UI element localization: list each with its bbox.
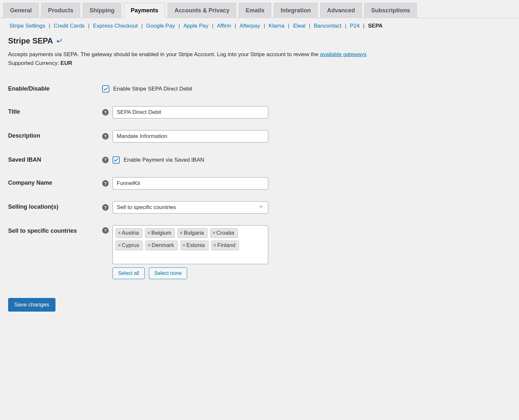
country-tag-label: Estonia: [187, 242, 205, 249]
description-input[interactable]: [113, 130, 268, 142]
saved-iban-label: Saved IBAN: [8, 148, 99, 171]
help-icon[interactable]: ?: [102, 227, 109, 234]
company-name-input[interactable]: [113, 177, 268, 190]
subnav-link-stripe-settings[interactable]: Stripe Settings: [8, 23, 47, 29]
country-tag: ×Belgium: [145, 228, 175, 238]
tab-advanced[interactable]: Advanced: [320, 3, 362, 18]
countries-tag-box[interactable]: ×Austria×Belgium×Bulgaria×Croatia×Cyprus…: [113, 225, 268, 264]
remove-tag-icon[interactable]: ×: [118, 230, 121, 236]
tab-accounts-privacy[interactable]: Accounts & Privacy: [168, 3, 236, 18]
country-tag: ×Austria: [115, 228, 142, 238]
back-link[interactable]: [56, 37, 62, 45]
subnav-link-ideal[interactable]: iDeal: [292, 23, 307, 29]
country-tag-label: Finland: [217, 242, 235, 249]
country-tag: ×Croatia: [210, 228, 238, 238]
description-text: Accepts payments via SEPA. The gateway s…: [8, 51, 320, 57]
help-icon[interactable]: ?: [102, 157, 109, 163]
subnav-link-affirm[interactable]: Affirm: [216, 23, 233, 29]
country-tag-label: Croatia: [216, 230, 234, 236]
country-tag-label: Cyprus: [122, 242, 139, 249]
help-icon[interactable]: ?: [102, 133, 109, 140]
enable-checkbox-label: Enable Stripe SEPA Direct Debit: [113, 86, 192, 92]
enable-label: Enable/Disable: [8, 77, 99, 100]
subnav-link-google-pay[interactable]: Google Pay: [145, 23, 176, 29]
tab-shipping[interactable]: Shipping: [83, 3, 121, 18]
specific-countries-label: Sell to specific countries: [8, 219, 99, 285]
remove-tag-icon[interactable]: ×: [183, 242, 186, 248]
save-changes-button[interactable]: Save changes: [8, 298, 55, 312]
tab-payments[interactable]: Payments: [124, 3, 165, 18]
tab-general[interactable]: General: [3, 3, 39, 18]
selling-locations-label: Selling location(s): [8, 195, 99, 219]
main-tabs: GeneralProductsShippingPaymentsAccounts …: [0, 0, 519, 18]
select-all-button[interactable]: Select all: [113, 267, 145, 279]
help-icon[interactable]: ?: [102, 180, 109, 187]
tab-integration[interactable]: Integration: [274, 3, 318, 18]
subnav-link-p24[interactable]: P24: [348, 23, 361, 29]
saved-iban-checkbox[interactable]: [113, 156, 120, 164]
page-title-text: Stripe SEPA: [8, 36, 53, 45]
subnav-link-apple-pay[interactable]: Apple Pay: [182, 23, 210, 29]
remove-tag-icon[interactable]: ×: [148, 242, 151, 248]
saved-iban-checkbox-label: Enable Payment via Saved IBAN: [124, 157, 204, 163]
subnav-link-credit-cards[interactable]: Credit Cards: [52, 23, 86, 29]
tab-products[interactable]: Products: [41, 3, 80, 18]
country-tag: ×Finland: [211, 241, 239, 250]
supported-currency-value: EUR: [61, 60, 72, 66]
return-arrow-icon: [56, 38, 62, 43]
help-icon[interactable]: ?: [102, 204, 109, 211]
country-tag-label: Belgium: [151, 230, 171, 236]
country-tag: ×Estonia: [180, 241, 209, 250]
help-icon[interactable]: ?: [102, 109, 109, 116]
subnav-link-afterpay[interactable]: Afterpay: [238, 23, 261, 29]
subnav-link-klarna[interactable]: Klarna: [267, 23, 286, 29]
country-tag: ×Denmark: [145, 241, 177, 250]
select-none-button[interactable]: Select none: [149, 267, 187, 279]
company-name-label: Company Name: [8, 171, 99, 195]
supported-currency-label: Supported Currency:: [8, 60, 61, 66]
country-tag: ×Bulgaria: [177, 228, 208, 238]
tab-emails[interactable]: Emails: [239, 3, 271, 18]
subnav-current: SEPA: [367, 23, 384, 29]
available-gateways-link[interactable]: available gateways: [320, 51, 367, 57]
remove-tag-icon[interactable]: ×: [147, 230, 150, 236]
check-icon: [103, 86, 108, 92]
page-title: Stripe SEPA: [8, 36, 511, 45]
remove-tag-icon[interactable]: ×: [212, 230, 215, 236]
description-label: Description: [8, 124, 99, 148]
selling-locations-select[interactable]: [113, 201, 268, 214]
title-input[interactable]: [113, 106, 268, 118]
enable-checkbox[interactable]: [102, 85, 109, 93]
subnav-link-bancontact[interactable]: Bancontact: [312, 23, 343, 29]
remove-tag-icon[interactable]: ×: [180, 230, 183, 236]
description-block: Accepts payments via SEPA. The gateway s…: [8, 50, 511, 68]
country-tag-label: Austria: [122, 230, 139, 236]
country-tag-label: Bulgaria: [184, 230, 204, 236]
title-label: Title: [8, 100, 99, 124]
remove-tag-icon[interactable]: ×: [213, 242, 216, 248]
check-icon: [114, 157, 119, 163]
country-tag: ×Cyprus: [115, 241, 143, 250]
sub-nav: Stripe Settings | Credit Cards | Express…: [8, 23, 511, 29]
remove-tag-icon[interactable]: ×: [118, 242, 121, 248]
subnav-link-express-checkout[interactable]: Express Checkout: [92, 23, 139, 29]
tab-subscriptions[interactable]: Subscriptions: [364, 3, 417, 18]
country-tag-label: Denmark: [152, 242, 174, 249]
